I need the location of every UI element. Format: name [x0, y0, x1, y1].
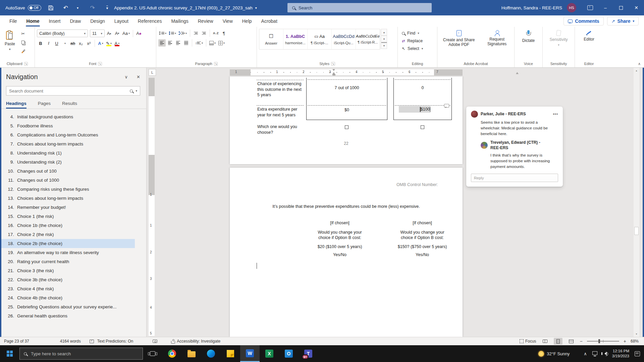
align-right-button[interactable] [174, 39, 182, 47]
editor-group-label[interactable]: Editor [577, 60, 601, 67]
navigation-collapse-icon[interactable]: ∨ [125, 74, 128, 79]
comment-menu-icon[interactable]: ••• [553, 112, 558, 117]
ribbon-tab[interactable]: Insert [44, 15, 65, 27]
chrome-icon[interactable] [162, 345, 182, 362]
navigation-tab[interactable]: Headings [6, 101, 26, 109]
italic-button[interactable]: I [45, 40, 52, 47]
search-input[interactable] [299, 5, 413, 10]
excel-icon[interactable]: X [260, 345, 279, 362]
ribbon-tab[interactable]: Review [193, 15, 218, 27]
navigation-search[interactable]: ▾ [6, 86, 140, 96]
document-page-22[interactable]: Chance of experiencing this outcome in t… [230, 76, 463, 164]
ribbon-tab[interactable]: Home [22, 15, 44, 27]
zoom-slider-thumb[interactable] [598, 339, 600, 343]
paragraph-group-label[interactable]: Paragraph↘ [158, 60, 255, 67]
underline-button[interactable]: U [53, 40, 60, 47]
navigation-search-input[interactable] [9, 88, 127, 94]
ribbon-tab[interactable]: Help [237, 15, 257, 27]
nav-heading-item[interactable]: 13. Choices about long-term impacts [0, 194, 135, 203]
navigation-tab[interactable]: Results [62, 101, 77, 109]
nav-heading-item[interactable]: 4. Initial background questions [0, 112, 135, 121]
nav-heading-item[interactable]: 21. Choice 3 (the risk) [0, 266, 135, 275]
save-icon[interactable] [46, 3, 56, 13]
zoom-out-button[interactable]: − [580, 339, 583, 344]
replace-button[interactable]: ⇄Replace [402, 39, 423, 43]
camera-icon[interactable] [153, 340, 157, 343]
speaker-icon[interactable] [603, 352, 607, 355]
shrink-font-button[interactable]: A▾ [113, 30, 121, 37]
numbered-list-icon[interactable]: ▾ [168, 29, 177, 37]
navigation-tab[interactable]: Pages [38, 101, 51, 109]
scroll-up-icon[interactable]: ▴ [634, 68, 639, 73]
page-indicator[interactable]: Page 23 of 37 [4, 339, 29, 344]
read-mode-button[interactable] [541, 338, 549, 345]
select-button[interactable]: ↖Select▾ [402, 46, 423, 51]
nav-heading-item[interactable]: 10. Changes out of 100 [0, 167, 135, 176]
titlebar-search[interactable] [287, 3, 432, 12]
style-item[interactable]: AaBbCcDd iScript-Qu... [332, 29, 356, 49]
clock[interactable]: 12:16 PM 3/19/2023 [612, 349, 629, 359]
show-formatting-icon[interactable]: ¶ [220, 29, 228, 37]
minimize-button[interactable]: – [598, 0, 613, 15]
grow-font-button[interactable]: A▴ [105, 30, 113, 37]
zoom-slider[interactable] [587, 341, 619, 342]
autosave-switch[interactable]: Off [28, 5, 41, 11]
ribbon-tab[interactable]: Mailings [166, 15, 193, 27]
nav-heading-item[interactable]: 6. Complications and Long-term Outcomes [0, 130, 135, 139]
styles-scroll-up-icon[interactable]: ▴ [381, 29, 387, 36]
text-effects-button[interactable]: A▾ [97, 40, 104, 47]
nav-heading-item[interactable]: 14. Remember your budget! [0, 203, 135, 212]
horizontal-ruler[interactable]: 1 1 2 3 4 5 6 7 [230, 69, 463, 75]
weather-widget[interactable]: 32°F Sunny [538, 351, 570, 357]
paste-button[interactable]: Paste ▾ [2, 28, 18, 53]
ribbon-tab[interactable]: Design [86, 15, 110, 27]
styles-scroll-down-icon[interactable]: ▾ [381, 36, 387, 42]
underline-dropdown-icon[interactable]: ▾ [61, 40, 68, 47]
document-page-23[interactable]: OMB Control Number: It’s possible that t… [230, 168, 463, 337]
focus-button[interactable]: Focus [520, 339, 536, 344]
comment-anchor-icon[interactable] [444, 104, 449, 108]
clipboard-group-label[interactable]: Clipboard↘ [2, 60, 33, 67]
nav-heading-item[interactable]: 22. Choice 3b (the choice) [0, 275, 135, 284]
font-dialog-launcher-icon[interactable]: ↘ [98, 62, 102, 66]
ribbon-tab[interactable]: References [133, 15, 167, 27]
selected-text-highlight[interactable]: $100 [399, 106, 430, 113]
align-center-button[interactable] [166, 39, 174, 47]
undo-dropdown-icon[interactable]: ▾ [73, 3, 83, 13]
network-icon[interactable] [592, 351, 597, 355]
paste-dropdown-icon[interactable]: ▾ [9, 48, 11, 51]
align-left-button[interactable] [158, 39, 166, 47]
reply-input[interactable] [471, 174, 558, 182]
word-count[interactable]: 4164 words [60, 339, 81, 344]
font-family-select[interactable]: Calibri (Body)▾ [37, 29, 88, 37]
nav-heading-item[interactable]: 9. Understanding risk (2) [0, 158, 135, 167]
taskbar-search-input[interactable] [31, 351, 125, 356]
document-scrollbar[interactable]: ▴ ▾ [634, 68, 639, 337]
sort-icon[interactable]: A↓Z [212, 29, 220, 37]
bullet-list-icon[interactable]: ▾ [158, 29, 167, 37]
tab-selector[interactable]: L [149, 69, 156, 76]
nav-heading-item[interactable]: 24. Choice 4b (the choice) [0, 293, 135, 302]
word-icon[interactable]: W [240, 345, 260, 362]
tray-expand-icon[interactable]: ∧ [584, 351, 587, 356]
style-item[interactable]: ▭ Aa ¶ iScript-... [308, 29, 332, 49]
web-layout-button[interactable] [567, 338, 576, 345]
ribbon-display-options-icon[interactable] [582, 0, 598, 15]
title-dropdown-icon[interactable]: ▾ [255, 6, 257, 10]
ribbon-tab[interactable]: Draw [65, 15, 86, 27]
ribbon-tab[interactable]: View [218, 15, 237, 27]
file-explorer-icon[interactable] [182, 345, 201, 362]
find-button[interactable]: Find▾ [402, 31, 423, 36]
nav-heading-item[interactable]: 12. Comparing risks using these figures [0, 185, 135, 194]
format-painter-icon[interactable] [19, 48, 27, 54]
dictate-button[interactable]: Dictate [520, 28, 537, 45]
right-indent-marker[interactable] [516, 72, 519, 74]
ribbon-tab[interactable]: File [5, 15, 22, 27]
style-item[interactable]: ☐ Answer [259, 29, 283, 49]
nav-heading-item[interactable]: 11. Changes out of 1000 [0, 176, 135, 185]
vertical-ruler[interactable]: 1 1 2 3 4 5 [149, 78, 155, 336]
style-item[interactable]: 1. AaBbC harmonise... [283, 29, 308, 49]
bold-button[interactable]: B [37, 40, 44, 47]
search-dropdown-icon[interactable]: ▾ [136, 89, 137, 93]
nav-heading-item[interactable]: 5. Foodborne illness [0, 121, 135, 130]
